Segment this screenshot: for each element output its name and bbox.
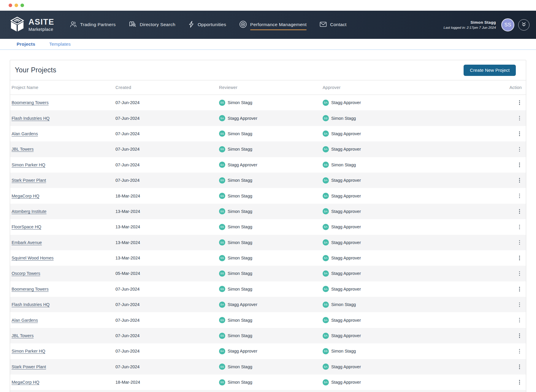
table-row: Atomberg Institute 13-Mar-2024 SS Simon … — [10, 204, 526, 219]
reviewer-name: Stagg Approver — [228, 116, 257, 121]
project-name-link[interactable]: Flash Industries HQ — [12, 302, 50, 307]
created-date: 13-Mar-2024 — [115, 224, 219, 229]
nav-label: Trading Partners — [80, 21, 116, 29]
created-date: 07-Jun-2024 — [115, 116, 219, 121]
reviewer-avatar: SS — [219, 177, 225, 184]
user-avatar[interactable]: SS — [501, 18, 514, 31]
row-actions-button[interactable] — [518, 363, 521, 371]
project-name-link[interactable]: Boomerang Towers — [12, 100, 49, 105]
reviewer-avatar: SA — [219, 115, 225, 121]
table-row: JBL Towers 07-Jun-2024 SS Simon Stagg SA… — [10, 328, 526, 343]
project-name-link[interactable]: Embark Avenue — [12, 240, 42, 245]
kebab-menu-icon — [519, 271, 520, 273]
project-name-link[interactable]: Stark Power Plant — [12, 364, 46, 369]
reviewer-name: Simon Stagg — [228, 287, 252, 291]
row-actions-button[interactable] — [518, 207, 521, 216]
projects-card: Your Projects Create New Project Project… — [10, 60, 526, 392]
row-actions-button[interactable] — [518, 301, 521, 309]
approver-name: Simon Stagg — [331, 116, 356, 121]
row-actions-button[interactable] — [518, 114, 521, 122]
reviewer-name: Simon Stagg — [228, 256, 252, 260]
main-nav: Trading Partners Directory Search — [70, 20, 347, 29]
project-name-link[interactable]: Atomberg Institute — [12, 209, 47, 214]
row-actions-button[interactable] — [518, 176, 521, 184]
project-name-link[interactable]: Stark Power Plant — [12, 178, 46, 183]
create-new-project-button[interactable]: Create New Project — [464, 65, 516, 76]
nav-directory-search[interactable]: Directory Search — [129, 21, 175, 29]
row-actions-button[interactable] — [518, 270, 521, 278]
reviewer-avatar: SS — [219, 255, 225, 261]
user-name: Simon Stagg — [444, 20, 496, 25]
minimize-window-button[interactable] — [15, 4, 18, 7]
row-actions-button[interactable] — [518, 332, 521, 340]
approver-name: Stagg Approver — [331, 240, 361, 245]
row-actions-button[interactable] — [518, 378, 521, 386]
asite-cube-icon — [10, 16, 25, 34]
project-name-link[interactable]: Flash Industries HQ — [12, 116, 50, 121]
row-actions-button[interactable] — [518, 223, 521, 231]
approver-name: Stagg Approver — [331, 209, 361, 214]
reviewer-avatar: SS — [219, 100, 225, 106]
approver-avatar: SA — [323, 224, 329, 230]
kebab-menu-icon — [519, 100, 520, 101]
page-title: Your Projects — [15, 66, 56, 74]
row-actions-button[interactable] — [518, 130, 521, 138]
nav-performance-management[interactable]: Performance Management — [239, 20, 307, 29]
project-name-link[interactable]: JBL Towers — [12, 333, 34, 338]
reviewer-avatar: SS — [219, 317, 225, 323]
kebab-menu-icon — [519, 116, 520, 117]
nav-contact[interactable]: Contact — [320, 21, 347, 29]
created-date: 13-Mar-2024 — [115, 209, 219, 214]
column-header-approver: Approver — [323, 85, 502, 90]
row-actions-button[interactable] — [518, 161, 521, 169]
project-name-link[interactable]: Simon Parker HQ — [12, 349, 45, 353]
project-name-link[interactable]: Alan Gardens — [12, 318, 38, 323]
row-actions-button[interactable] — [518, 192, 521, 200]
project-name-link[interactable]: Simon Parker HQ — [12, 162, 45, 167]
nav-opportunities[interactable]: Opportunities — [188, 21, 226, 29]
row-actions-button[interactable] — [518, 316, 521, 324]
tab-projects[interactable]: Projects — [17, 42, 35, 47]
table-row: Alan Gardens 07-Jun-2024 SS Simon Stagg … — [10, 126, 526, 141]
row-actions-button[interactable] — [518, 98, 521, 107]
project-name-link[interactable]: MegaCorp HQ — [12, 194, 39, 198]
table-row: Embark Avenue 13-Mar-2024 SS Simon Stagg… — [10, 235, 526, 250]
maximize-window-button[interactable] — [20, 4, 24, 7]
approver-name: Stagg Approver — [331, 147, 361, 152]
account-menu-button[interactable] — [518, 19, 529, 31]
project-name-link[interactable]: JBL Towers — [12, 147, 34, 152]
kebab-menu-icon — [519, 209, 520, 210]
row-actions-button[interactable] — [518, 285, 521, 293]
row-actions-button[interactable] — [518, 238, 521, 247]
kebab-menu-icon — [519, 225, 520, 226]
table-row: Stark Power Plant 07-Jun-2024 SS Simon S… — [10, 173, 526, 188]
tab-templates[interactable]: Templates — [49, 42, 71, 47]
project-name-link[interactable]: Oscorp Towers — [12, 271, 40, 276]
project-name-link[interactable]: MegaCorp HQ — [12, 380, 39, 385]
reviewer-name: Simon Stagg — [228, 240, 252, 245]
envelope-icon — [320, 21, 327, 28]
reviewer-avatar: SS — [219, 270, 225, 277]
row-actions-button[interactable] — [518, 145, 521, 154]
reviewer-avatar: SS — [219, 286, 225, 292]
project-name-link[interactable]: Alan Gardens — [12, 131, 38, 136]
created-date: 07-Jun-2024 — [115, 162, 219, 167]
close-window-button[interactable] — [9, 4, 12, 7]
created-date: 07-Jun-2024 — [115, 100, 219, 105]
brand-logo[interactable]: ASITE Marketplace — [10, 16, 54, 34]
reviewer-avatar: SA — [219, 348, 225, 354]
reviewer-name: Simon Stagg — [228, 271, 252, 276]
approver-name: Stagg Approver — [331, 224, 361, 229]
kebab-menu-icon — [519, 364, 520, 366]
project-name-link[interactable]: Squirrel Wood Homes — [12, 256, 54, 260]
project-name-link[interactable]: Boomerang Towers — [12, 287, 49, 291]
row-actions-button[interactable] — [518, 347, 521, 356]
app-window: ASITE Marketplace Trading Partners — [0, 0, 536, 392]
nav-trading-partners[interactable]: Trading Partners — [70, 21, 116, 29]
table-row: FloorSpace HQ 13-Mar-2024 SS Simon Stagg… — [10, 219, 526, 235]
reviewer-avatar: SS — [219, 208, 225, 214]
reviewer-name: Simon Stagg — [228, 194, 252, 198]
project-name-link[interactable]: FloorSpace HQ — [12, 224, 41, 229]
column-header-project-name: Project Name — [10, 85, 115, 90]
row-actions-button[interactable] — [518, 254, 521, 262]
